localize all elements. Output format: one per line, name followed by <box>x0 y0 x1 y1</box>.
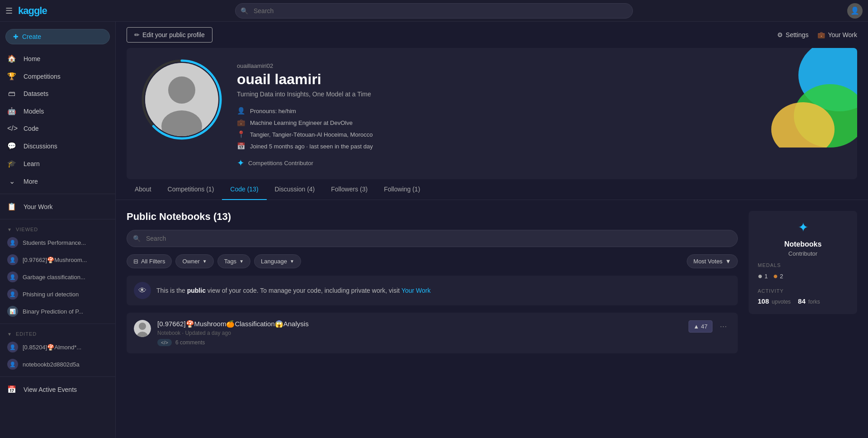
notebook-item-title[interactable]: [0.97662]🍄Mushroom🍊Classification😱Analys… <box>157 320 682 328</box>
sidebar-item-code[interactable]: </> Code <box>0 120 112 137</box>
your-work-link[interactable]: Your Work <box>401 287 431 294</box>
profile-job: 💼 Machine Learning Engineer at DevOlve <box>237 119 843 127</box>
notebooks-section: Public Notebooks (13) ⊟ All Filters Owne… <box>116 200 868 368</box>
more-options-button[interactable]: ⋯ <box>716 320 731 333</box>
tab-code[interactable]: Code (13) <box>222 179 266 200</box>
calendar-meta-icon: 📅 <box>237 142 245 150</box>
create-button[interactable]: ✚ Create <box>5 29 110 44</box>
list-item[interactable]: 👤 Garbage classification... <box>0 268 115 286</box>
sidebar-divider-1 <box>0 194 115 194</box>
notebook-type: Notebook <box>157 330 180 336</box>
sidebar-item-more[interactable]: ⌄ More <box>0 172 112 190</box>
edited-item-label-almond: [0.85204]🍄Almond*... <box>23 344 81 351</box>
vote-button[interactable]: ▲ 47 <box>689 320 712 333</box>
contributor-card: ✦ Notebooks Contributor MEDALS ● 1 ● 2 <box>749 211 857 314</box>
notebook-item-meta: Notebook · Updated a day ago <box>157 330 682 336</box>
list-item[interactable]: 👤 notebookb2d8802d5a <box>0 356 115 373</box>
main-content: ✏ Edit your public profile ⚙ Settings 💼 … <box>116 22 868 438</box>
contributor-card-subtitle: Contributor <box>758 250 848 257</box>
activity-row: 108 upvotes 84 forks <box>758 297 848 305</box>
sidebar-item-your-work[interactable]: 📋 Your Work <box>0 198 112 215</box>
hamburger-icon[interactable]: ☰ <box>5 6 13 16</box>
all-filters-button[interactable]: ⊟ All Filters <box>127 254 172 268</box>
sidebar-item-models[interactable]: 🤖 Models <box>0 102 112 120</box>
location-icon: 📍 <box>237 130 245 138</box>
kaggle-logo[interactable]: kaggle <box>18 5 47 17</box>
profile-header-bar: ✏ Edit your public profile ⚙ Settings 💼 … <box>116 22 868 48</box>
chevron-owner-icon: ▼ <box>203 259 207 264</box>
code-badge[interactable]: </> <box>157 339 172 346</box>
tab-discussion[interactable]: Discussion (4) <box>267 179 323 200</box>
list-item[interactable]: 📊 Binary Prediction of P... <box>0 303 115 320</box>
notebooks-search-input[interactable] <box>127 230 738 247</box>
list-item[interactable]: 👤 [0.85204]🍄Almond*... <box>0 338 115 356</box>
gear-icon: ⚙ <box>777 31 783 38</box>
tab-followers[interactable]: Followers (3) <box>323 179 376 200</box>
eye-icon: 👁 <box>134 282 151 299</box>
upvotes-count: 108 <box>758 297 769 305</box>
recent-item-label: [0.97662]🍄Mushroom... <box>23 257 87 263</box>
tab-about[interactable]: About <box>127 179 160 200</box>
sidebar-divider-4 <box>0 376 115 377</box>
notebooks-main: Public Notebooks (13) ⊟ All Filters Owne… <box>127 211 738 357</box>
sidebar-item-view-active-events[interactable]: 📅 View Active Events <box>0 381 112 398</box>
sidebar-item-home[interactable]: 🏠 Home <box>0 50 112 67</box>
list-item[interactable]: 👤 [0.97662]🍄Mushroom... <box>0 251 115 268</box>
job-text: Machine Learning Engineer at DevOlve <box>250 119 353 126</box>
sidebar-item-label-home: Home <box>24 55 40 62</box>
competitions-icon: 🏆 <box>7 72 16 81</box>
list-item[interactable]: 👤 Students Performance... <box>0 234 115 251</box>
all-filters-label: All Filters <box>141 258 165 265</box>
sidebar-divider-2 <box>0 219 115 219</box>
svg-point-9 <box>139 323 146 330</box>
medal-bronze-count: 2 <box>780 273 783 280</box>
medals-section: MEDALS ● 1 ● 2 <box>758 262 848 281</box>
edit-profile-button[interactable]: ✏ Edit your public profile <box>127 27 212 43</box>
avatar: 👤 <box>7 359 18 370</box>
sidebar-item-learn[interactable]: 🎓 Learn <box>0 155 112 172</box>
profile-location: 📍 Tangier, Tangier-Tétouan-Al Hoceima, M… <box>237 130 843 138</box>
list-item[interactable]: 👤 Phishing url detection <box>0 286 115 303</box>
profile-joined: 📅 Joined 5 months ago · last seen in the… <box>237 142 843 150</box>
sort-label: Most Votes <box>693 258 722 265</box>
tab-competitions[interactable]: Competitions (1) <box>160 179 222 200</box>
profile-tagline: Turning Data into Insights, One Model at… <box>237 90 843 98</box>
user-avatar-topbar[interactable]: 👤 <box>847 3 863 19</box>
filter-icon: ⊟ <box>133 258 138 265</box>
search-wrap <box>235 3 633 19</box>
avatar: 👤 <box>7 254 18 265</box>
avatar: 👤 <box>7 342 18 352</box>
badge-label: Competitions Contributor <box>248 160 313 167</box>
pronouns-text: Pronouns: he/him <box>250 108 296 114</box>
sidebar-item-discussions[interactable]: 💬 Discussions <box>0 137 112 155</box>
sidebar-divider-3 <box>0 324 115 324</box>
sidebar-item-competitions[interactable]: 🏆 Competitions <box>0 67 112 85</box>
settings-button[interactable]: ⚙ Settings <box>777 31 809 38</box>
sort-button[interactable]: Most Votes ▼ <box>687 254 738 268</box>
search-input[interactable] <box>235 3 633 19</box>
filter-left: ⊟ All Filters Owner ▼ Tags ▼ Language ▼ <box>127 254 301 268</box>
profile-avatar <box>145 63 218 136</box>
topbar: ☰ kaggle 👤 <box>0 0 868 22</box>
search-bar-container <box>235 3 633 19</box>
home-icon: 🏠 <box>7 54 16 63</box>
tags-filter-button[interactable]: Tags ▼ <box>217 254 250 268</box>
medal-silver-icon: ● <box>758 271 763 281</box>
language-filter-button[interactable]: Language ▼ <box>254 254 301 268</box>
tab-following[interactable]: Following (1) <box>376 179 428 200</box>
topbar-left: ☰ kaggle <box>5 5 123 17</box>
info-banner: 👁 This is the public view of your code. … <box>127 276 738 305</box>
sidebar-item-datasets[interactable]: 🗃 Datasets <box>0 85 112 102</box>
activity-label: ACTIVITY <box>758 288 848 294</box>
medal-bronze-icon: ● <box>773 271 778 281</box>
chevron-sort-icon: ▼ <box>725 258 731 265</box>
person-icon: 👤 <box>237 107 245 115</box>
location-text: Tangier, Tangier-Tétouan-Al Hoceima, Mor… <box>250 131 373 138</box>
your-work-header-button[interactable]: 💼 Your Work <box>817 31 857 38</box>
viewed-section-label: ▼ Viewed <box>0 223 115 234</box>
edit-profile-label: Edit your public profile <box>142 31 205 38</box>
comment-count[interactable]: 6 comments <box>175 339 205 346</box>
sidebar-item-label-events: View Active Events <box>24 386 77 393</box>
sidebar-item-label-more: More <box>24 178 38 185</box>
owner-filter-button[interactable]: Owner ▼ <box>175 254 213 268</box>
